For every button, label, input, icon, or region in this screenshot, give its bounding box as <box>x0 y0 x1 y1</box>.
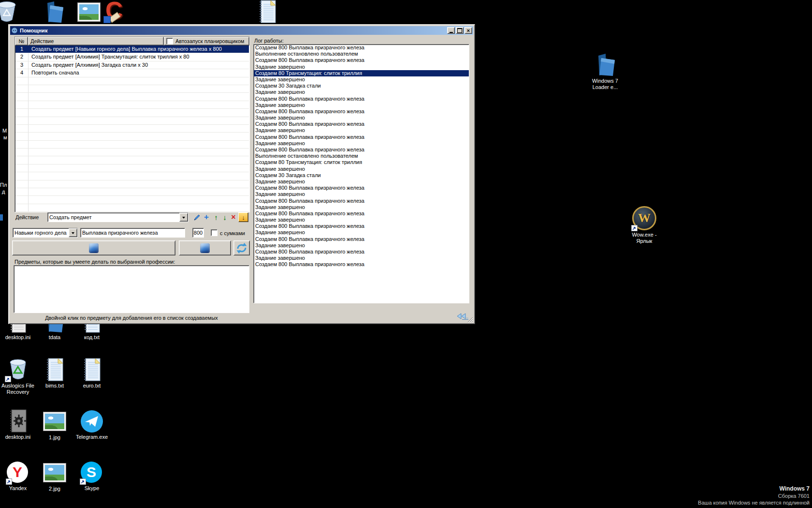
log-entry[interactable]: Создаем 800 Выплавка призрачного железа <box>254 236 469 242</box>
craftable-items-list[interactable] <box>14 265 249 313</box>
log-entry[interactable]: Создаем 800 Выплавка призрачного железа <box>254 249 469 255</box>
task-row-empty[interactable] <box>15 180 249 188</box>
desktop-icon-bims-txt[interactable]: bims.txt <box>36 358 73 389</box>
column-header-num[interactable]: № <box>15 37 28 45</box>
desktop-icon-windows7-loader[interactable]: Windows 7 Loader e... <box>587 53 624 90</box>
work-log-list[interactable]: Создаем 800 Выплавка призрачного железаВ… <box>253 44 469 303</box>
task-row-empty[interactable] <box>15 196 249 204</box>
task-row[interactable]: 2Создать предмет [Алхимия] Трансмутация:… <box>15 53 249 61</box>
desktop-icon-folder[interactable] <box>36 1 72 23</box>
minimize-button[interactable] <box>447 27 455 34</box>
move-up-icon[interactable]: ↑ <box>212 213 220 222</box>
task-row-empty[interactable] <box>15 101 249 109</box>
count-input[interactable] <box>192 228 204 238</box>
log-entry[interactable]: Задание завершено <box>254 255 469 261</box>
ccleaner-icon: C <box>102 0 128 23</box>
action-combobox[interactable]: Создать предмет <box>47 212 188 222</box>
task-row-empty[interactable] <box>15 164 249 172</box>
log-entry[interactable]: Создаем 800 Выплавка призрачного железа <box>254 185 469 191</box>
task-row[interactable]: 4Повторить сначала <box>15 69 249 77</box>
refresh-button[interactable] <box>233 240 250 255</box>
log-entry[interactable]: Задание завершено <box>254 140 469 147</box>
column-header-action[interactable]: Действие <box>28 37 164 45</box>
task-row-empty[interactable] <box>15 77 249 85</box>
task-row-empty[interactable] <box>15 156 249 164</box>
log-entry[interactable]: Задание завершено <box>254 102 469 108</box>
task-row-empty[interactable] <box>15 125 249 133</box>
log-entry[interactable]: Создаем 80 Трансмутация: слиток триллия <box>254 70 469 76</box>
task-row-empty[interactable] <box>15 93 249 101</box>
task-row-empty[interactable] <box>15 117 249 125</box>
task-row-empty[interactable] <box>15 141 249 149</box>
log-entry[interactable]: Создаем 800 Выплавка призрачного железа <box>254 96 469 102</box>
with-bags-checkbox[interactable] <box>211 229 218 236</box>
log-entry[interactable]: Создаем 800 Выплавка призрачного железа <box>254 121 469 127</box>
log-entry[interactable]: Создаем 800 Выплавка призрачного железа <box>254 223 469 229</box>
close-button[interactable]: × <box>464 27 472 34</box>
log-entry[interactable]: Создаем 800 Выплавка призрачного железа <box>254 198 469 204</box>
start-button[interactable] <box>12 240 175 255</box>
maximize-button[interactable] <box>456 27 464 34</box>
window-titlebar[interactable]: Помощник × <box>10 26 473 35</box>
log-entry[interactable]: Создаем 30 Загадка стали <box>254 172 469 179</box>
task-row-empty[interactable] <box>15 188 249 196</box>
log-entry[interactable]: Создаем 800 Выплавка призрачного железа <box>254 108 469 115</box>
task-row-empty[interactable] <box>15 204 249 212</box>
log-entry[interactable]: Задание завершено <box>254 217 469 223</box>
log-entry[interactable]: Задание завершено <box>254 76 469 83</box>
desktop-icon-euro-txt[interactable]: euro.txt <box>73 358 110 389</box>
log-entry[interactable]: Задание завершено <box>254 89 469 95</box>
log-entry[interactable]: Создаем 800 Выплавка призрачного железа <box>254 147 469 153</box>
task-row-empty[interactable] <box>15 172 249 180</box>
desktop: C М м Пл д Windows 7 Loader e... <box>0 0 812 508</box>
log-entry[interactable]: Задание завершено <box>254 229 469 236</box>
chevron-down-icon[interactable] <box>179 213 188 222</box>
item-name-input[interactable] <box>80 228 185 238</box>
desktop-icon-auslogics[interactable]: Auslogics File Recovery <box>0 357 36 395</box>
log-entry[interactable]: Создаем 800 Выплавка призрачного железа <box>254 57 469 63</box>
log-entry[interactable]: Создаем 800 Выплавка призрачного железа <box>254 45 469 51</box>
desktop-icon-ccleaner[interactable]: C <box>97 0 133 23</box>
log-entry[interactable]: Задание завершено <box>254 204 469 210</box>
resize-grip[interactable] <box>467 316 473 322</box>
task-row[interactable]: 1Создать предмет [Навыки горного дела] В… <box>15 45 249 53</box>
add-action-icon[interactable]: + <box>202 213 211 222</box>
log-entry[interactable]: Создаем 30 Загадка стали <box>254 83 469 89</box>
desktop-icon-telegram[interactable]: Telegram.exe <box>73 410 110 440</box>
chevron-down-icon[interactable] <box>69 228 77 237</box>
profession-combobox[interactable]: Навыки горного дела <box>13 228 78 238</box>
log-entry[interactable]: Создаем 800 Выплавка призрачного железа <box>254 210 469 217</box>
task-row-empty[interactable] <box>15 149 249 156</box>
log-entry[interactable]: Создаем 800 Выплавка призрачного железа <box>254 134 469 140</box>
log-entry[interactable]: Задание завершено <box>254 179 469 185</box>
task-row-empty[interactable] <box>15 109 249 117</box>
log-entry[interactable]: Задание завершено <box>254 127 469 134</box>
log-entry[interactable]: Выполнение остановлено пользователем <box>254 51 469 57</box>
desktop-icon-2-jpg[interactable]: 2.jpg <box>36 463 73 492</box>
delete-action-icon[interactable]: × <box>229 213 238 222</box>
move-down-icon[interactable]: ↓ <box>220 213 229 222</box>
insert-action-button[interactable]: ↓ <box>238 212 248 222</box>
desktop-icon-desktop-ini-2[interactable]: desktop.ini <box>0 409 36 440</box>
log-entry[interactable]: Задание завершено <box>254 166 469 172</box>
desktop-icon-1-jpg[interactable]: 1.jpg <box>36 412 73 441</box>
log-entry[interactable]: Задание завершено <box>254 64 469 70</box>
desktop-icon-skype[interactable]: S Skype <box>73 462 110 492</box>
log-entry[interactable]: Выполнение остановлено пользователем <box>254 153 469 159</box>
desktop-icon-recycle-bin[interactable] <box>0 0 25 23</box>
autorun-checkbox[interactable] <box>166 38 173 45</box>
desktop-icon-wow-shortcut[interactable]: W Wow.exe - Ярлык <box>625 206 663 244</box>
task-row-empty[interactable] <box>15 85 249 93</box>
task-row[interactable]: 3Создать предмет [Алхимия] Загадка стали… <box>15 61 249 69</box>
stop-button[interactable] <box>179 240 231 255</box>
desktop-icon-yandex[interactable]: Y Yandex <box>0 462 36 492</box>
task-row-empty[interactable] <box>15 133 249 140</box>
desktop-icon-notepad[interactable] <box>249 0 286 23</box>
status-hint: Двойной клик по предмету для добавления … <box>14 315 249 321</box>
log-entry[interactable]: Создаем 80 Трансмутация: слиток триллия <box>254 159 469 165</box>
log-entry[interactable]: Создаем 800 Выплавка призрачного железа <box>254 261 469 268</box>
edit-action-icon[interactable] <box>193 213 202 222</box>
log-entry[interactable]: Задание завершено <box>254 115 469 121</box>
log-entry[interactable]: Задание завершено <box>254 191 469 197</box>
log-entry[interactable]: Задание завершено <box>254 242 469 249</box>
